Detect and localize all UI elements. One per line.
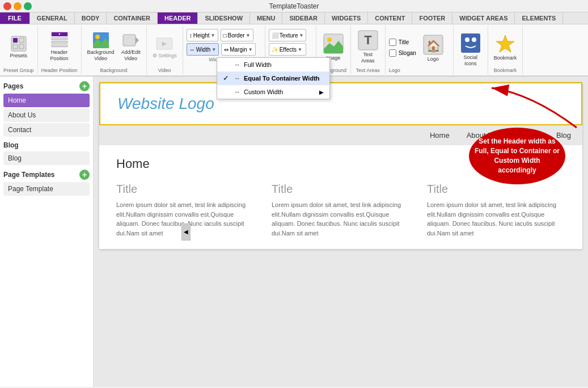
header-position-icon: ▼ [50,31,69,49]
pages-title: Pages [3,82,23,90]
background-label: BackgroundVideo [87,49,115,62]
header-position-group: ▼ HeaderPosition Header Position [38,26,82,74]
margin-label: Margin [230,47,247,53]
dropdown-custom-width[interactable]: ↔ Custom Width ▶ [217,85,329,99]
tab-file[interactable]: FILE [0,12,30,24]
width-icon: ↔ [189,47,195,53]
bookmark-btn[interactable]: Bookmark [492,31,519,62]
preview-area: Website Logo Home About Us Contact Blog … [94,77,588,387]
nav-about[interactable]: About Us [467,131,497,140]
logo-icon: 🏠 [422,33,445,56]
tab-header[interactable]: HEADER [158,12,198,24]
svg-point-17 [327,37,332,42]
svg-rect-2 [19,38,24,43]
social-group: SocialIcons [454,26,488,74]
presets-btn[interactable]: Presets [7,33,30,60]
full-width-check [223,61,231,69]
add-page-btn[interactable]: + [79,81,90,91]
add-edit-video-btn[interactable]: Add/EditVideo [119,30,143,63]
effects-chevron: ▼ [298,47,302,52]
dropdown-container-width[interactable]: ✓ ↔ Equal To Container Width [217,71,329,85]
height-btn[interactable]: ↕ Height ▼ [187,29,218,41]
main-layout: Pages + Home About Us Contact Blog Blog … [0,77,588,387]
height-chevron: ▼ [211,33,215,38]
tab-widgets[interactable]: WIDGETS [325,12,368,24]
tab-general[interactable]: GENERAL [30,12,75,24]
presets-group: Presets Preset Group [0,26,38,74]
slogan-cb-label: Slogan [399,50,416,56]
texture-icon: ⬜ [272,32,278,39]
nav-contact[interactable]: Contact [514,131,539,140]
content-col-3: Title Lorem ipsum dolor sit amet, test l… [427,183,565,238]
svg-rect-8 [51,45,67,47]
height-label: Height [193,32,210,39]
text-areas-icon: T [357,29,379,52]
ribbon-tabs: FILE GENERAL BODY CONTAINER HEADER SLIDE… [0,12,588,24]
bookmark-icon [494,32,517,55]
height-border-row: ↕ Height ▼ □ Border ▼ [187,29,261,41]
presets-label: Presets [10,53,28,59]
texture-label: Texture [280,32,298,39]
tab-elements[interactable]: ELEMENTS [515,12,563,24]
background-group: BackgroundVideo Add/EditVideo Background [82,26,147,74]
sidebar-item-contact[interactable]: Contact [3,123,90,137]
dropdown-full-width[interactable]: ↔ Full Width [217,58,329,71]
border-btn[interactable]: □ Border ▼ [221,29,253,41]
video-group: ▶ ⚙ Settings Video [147,26,183,74]
texture-btn[interactable]: ⬜ Texture ▼ [269,29,307,41]
header-position-btn[interactable]: ▼ HeaderPosition [48,30,71,63]
background-btn[interactable]: BackgroundVideo [85,30,117,63]
sidebar: Pages + Home About Us Contact Blog Blog … [0,77,94,387]
custom-width-check [223,88,231,96]
sidebar-collapse-btn[interactable]: ◀ [181,223,191,241]
text-areas-btn[interactable]: T TextAreas [354,28,382,65]
sidebar-item-blog[interactable]: Blog [3,151,90,165]
container-width-label: Equal To Container Width [244,75,320,82]
text-areas-label: TextAreas [361,52,375,64]
sidebar-item-page-template[interactable]: Page Template [3,182,90,196]
tab-sidebar[interactable]: SIDEBAR [282,12,325,24]
settings-btn[interactable]: ▶ ⚙ Settings [150,33,179,60]
tab-footer[interactable]: FOOTER [412,12,452,24]
slogan-checkbox[interactable] [389,49,396,57]
settings-icon: ▶ [155,35,174,53]
close-btn[interactable] [3,2,11,10]
svg-rect-12 [123,35,136,46]
text-areas-group: T TextAreas Text Areas [351,26,386,74]
tab-content[interactable]: CONTENT [368,12,412,24]
social-label: SocialIcons [463,54,477,67]
tab-container[interactable]: CONTAINER [107,12,158,24]
title-checkbox[interactable] [389,39,396,46]
container-width-check: ✓ [223,74,231,82]
svg-point-11 [95,35,100,39]
preview-container: Website Logo Home About Us Contact Blog … [99,82,582,249]
svg-text:T: T [364,33,372,47]
sidebar-item-home[interactable]: Home [3,94,90,107]
col-2-title: Title [272,183,410,196]
svg-rect-6 [51,38,67,40]
presets-icon [10,35,28,53]
settings-label: ⚙ Settings [153,53,177,59]
video-items: ▶ ⚙ Settings [150,27,179,66]
website-nav: Home About Us Contact Blog [99,125,582,145]
minimize-btn[interactable] [14,2,22,10]
content-page-title: Home [116,157,565,171]
tab-menu[interactable]: MENU [250,12,282,24]
background-group-label: Background [100,68,128,73]
maximize-btn[interactable] [24,2,32,10]
svg-rect-1 [13,38,18,43]
sidebar-item-about[interactable]: About Us [3,108,90,122]
header-position-group-label: Header Position [41,68,78,73]
logo-btn[interactable]: 🏠 Logo [420,32,447,64]
nav-home[interactable]: Home [430,131,450,140]
margin-btn[interactable]: ⇔ Margin ▼ [221,43,256,56]
add-template-btn[interactable]: + [79,170,90,180]
nav-blog[interactable]: Blog [556,131,571,140]
effects-btn[interactable]: ✨ Effects ▼ [269,43,307,56]
tab-body[interactable]: BODY [75,12,107,24]
tab-slideshow[interactable]: SLIDESHOW [198,12,250,24]
social-btn[interactable]: SocialIcons [457,31,484,68]
width-btn[interactable]: ↔ Width ▼ [187,43,219,56]
blog-title: Blog [3,141,19,149]
tab-widget-areas[interactable]: WIDGET AREAS [452,12,515,24]
